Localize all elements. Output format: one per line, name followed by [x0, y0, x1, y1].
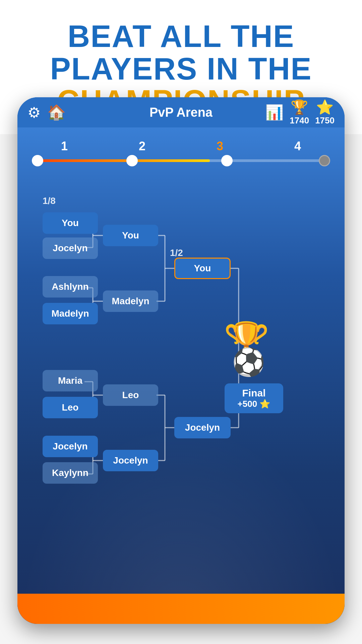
progress-fill — [38, 159, 210, 162]
final-label: Final — [242, 387, 265, 399]
r1-player-4[interactable]: Madelyn — [43, 303, 98, 324]
round-1-label: 1/8 — [43, 196, 56, 206]
top-bar: ⚙ 🏠 PvP Arena 📊 🏆 1740 ⭐ 1750 — [17, 97, 345, 127]
screen-title: PvP Arena — [149, 105, 213, 120]
final-reward: +500 ⭐ — [238, 399, 270, 409]
home-icon[interactable]: 🏠 — [47, 104, 66, 121]
progress-section: 1 2 3 4 — [17, 127, 345, 169]
trophy-icon: 🏆 — [291, 99, 308, 115]
r1-player-6[interactable]: Leo — [43, 397, 98, 418]
progress-track — [38, 159, 324, 162]
r2-player-1[interactable]: You — [103, 225, 158, 246]
r1-player-8[interactable]: Kaylynn — [43, 462, 98, 484]
progress-numbers: 1 2 3 4 — [38, 139, 324, 153]
dot-4 — [319, 155, 330, 166]
r2-player-2[interactable]: Madelyn — [103, 290, 158, 312]
step-1: 1 — [38, 139, 91, 153]
phone-frame: ⚙ 🏠 PvP Arena 📊 🏆 1740 ⭐ 1750 1 2 3 4 — [17, 97, 345, 624]
final-reward-box: Final +500 ⭐ — [225, 383, 283, 413]
dot-3 — [221, 155, 233, 166]
r1-player-7[interactable]: Jocelyn — [43, 436, 98, 457]
promo-line1: BEAT ALL THE — [27, 20, 335, 53]
r3-player-2[interactable]: Jocelyn — [174, 417, 231, 438]
top-bar-left: ⚙ 🏠 — [27, 104, 66, 121]
bracket-area: 1/8 1/4 1/2 You Jocelyn Ashlynn Madelyn … — [17, 169, 345, 605]
r2-player-3[interactable]: Leo — [103, 384, 158, 406]
round-3-label: 1/2 — [170, 248, 183, 258]
step-2: 2 — [115, 139, 169, 153]
trophy-score: 🏆 1740 — [290, 99, 309, 126]
step-4: 4 — [271, 139, 324, 153]
gear-icon[interactable]: ⚙ — [27, 104, 41, 121]
r1-player-5[interactable]: Maria — [43, 370, 98, 391]
dot-1 — [32, 155, 43, 166]
progress-bar — [38, 156, 324, 165]
top-bar-right: 📊 🏆 1740 ⭐ 1750 — [265, 99, 335, 126]
bottom-action-area[interactable] — [17, 594, 345, 624]
step-3-active: 3 — [193, 139, 247, 153]
chart-icon[interactable]: 📊 — [265, 104, 284, 121]
dot-2 — [126, 155, 138, 166]
soccer-ball-icon: ⚽ — [232, 346, 265, 378]
r1-player-1[interactable]: You — [43, 212, 98, 234]
r1-player-2[interactable]: Jocelyn — [43, 237, 98, 259]
r2-player-4[interactable]: Jocelyn — [103, 450, 158, 471]
promo-line2: PLAYERS IN THE — [27, 53, 335, 85]
r1-player-3[interactable]: Ashlynn — [43, 276, 98, 298]
star-icon: ⭐ — [316, 99, 334, 115]
r3-player-1[interactable]: You — [174, 258, 231, 279]
content-area: 1 2 3 4 — [17, 127, 345, 624]
star-score: ⭐ 1750 — [315, 99, 335, 126]
